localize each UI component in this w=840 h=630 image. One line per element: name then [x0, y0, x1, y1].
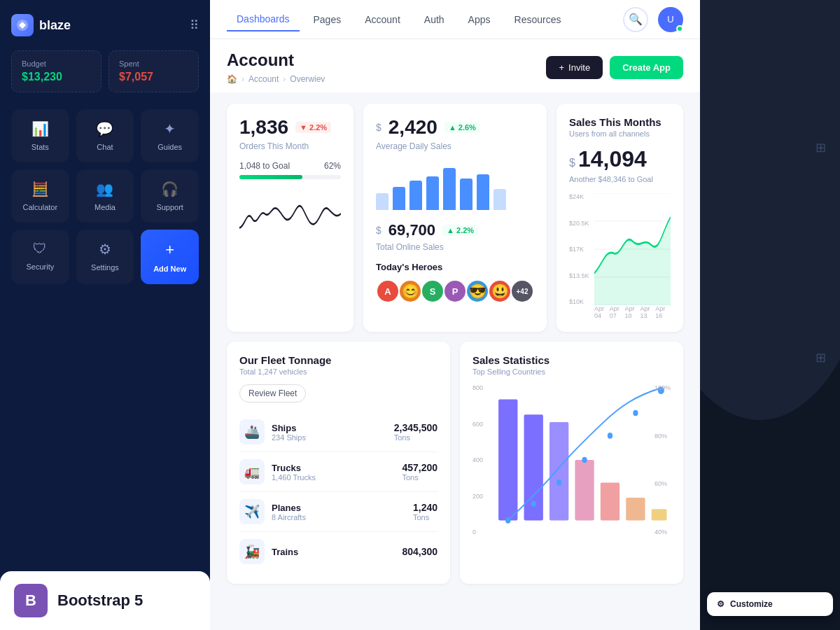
- search-button[interactable]: 🔍: [623, 7, 648, 32]
- create-app-button[interactable]: Create App: [610, 56, 683, 79]
- page-header: Account 🏠 › Account › Overwiev + Invite …: [210, 39, 700, 92]
- invite-button[interactable]: + Invite: [546, 56, 603, 79]
- panel-icon-bottom: ⊞: [816, 350, 826, 365]
- sidebar-item-calculator[interactable]: 🧮 Calculator: [11, 169, 69, 223]
- svg-point-17: [608, 433, 612, 439]
- planes-count: 8 Aircrafts: [272, 513, 406, 522]
- invite-plus-icon: +: [559, 62, 564, 73]
- x-label-5: Apr 16: [655, 305, 671, 319]
- page-title: Account: [227, 50, 325, 70]
- breadcrumb-account[interactable]: Account: [248, 74, 279, 84]
- orders-progress-fill: [239, 175, 302, 179]
- nav-pages[interactable]: Pages: [304, 8, 351, 31]
- avatar-initial: U: [667, 14, 673, 24]
- ships-icon: 🚢: [239, 419, 265, 444]
- ships-value: 2,345,500: [394, 422, 438, 433]
- nav-auth[interactable]: Auth: [414, 8, 454, 31]
- hero-avatar-s: S: [421, 279, 444, 303]
- logo-area: blaze: [11, 14, 71, 36]
- daily-sales-chart: [376, 161, 534, 210]
- x-label-2: Apr 07: [610, 305, 625, 319]
- content-area: Dashboards Pages Account Auth Apps Resou…: [210, 0, 700, 630]
- bottom-section: Our Fleet Tonnage Total 1,247 vehicles R…: [227, 342, 683, 584]
- nav-apps[interactable]: Apps: [458, 8, 500, 31]
- y-label-5: $10K: [569, 298, 589, 305]
- calculator-label: Calculator: [23, 203, 58, 211]
- svg-rect-9: [575, 460, 594, 520]
- ss-pct2: 80%: [654, 433, 671, 440]
- planes-unit: Tons: [413, 513, 438, 522]
- trains-info: Trains: [265, 547, 402, 557]
- orders-wavy-chart: [239, 190, 341, 246]
- ss-pct3: 60%: [654, 480, 671, 487]
- x-label-1: Apr 04: [594, 305, 610, 319]
- ss-y5: 0: [472, 528, 483, 536]
- bootstrap-text: Bootstrap 5: [57, 592, 143, 610]
- svg-rect-6: [498, 400, 517, 521]
- spent-label: Spent: [119, 59, 188, 68]
- orders-label: Orders This Month: [239, 141, 341, 151]
- media-label: Media: [94, 203, 115, 211]
- svg-rect-11: [626, 498, 645, 520]
- planes-icon: ✈️: [239, 499, 265, 524]
- ss-y2: 600: [472, 421, 483, 428]
- svg-rect-8: [550, 422, 568, 520]
- sidebar-item-guides[interactable]: ✦ Guides: [141, 109, 199, 162]
- sidebar-item-support[interactable]: 🎧 Support: [141, 169, 199, 223]
- add-new-icon: +: [165, 241, 174, 259]
- ships-count: 234 Ships: [272, 433, 387, 442]
- fleet-row-ships: 🚢 Ships 234 Ships 2,345,500 Tons: [239, 412, 438, 452]
- trains-value: 804,300: [402, 546, 438, 557]
- nav-dashboards[interactable]: Dashboards: [227, 8, 300, 31]
- svg-point-16: [582, 457, 587, 463]
- nav-account[interactable]: Account: [355, 8, 410, 31]
- fleet-row-trains: 🚂 Trains 804,300: [239, 532, 438, 571]
- sidebar-menu-icon[interactable]: ⠿: [190, 18, 199, 33]
- topnav-right: 🔍 U: [623, 7, 683, 32]
- bootstrap-badge: B Bootstrap 5: [0, 571, 210, 630]
- y-label-1: $24K: [569, 193, 589, 200]
- svg-point-13: [505, 517, 510, 524]
- media-icon: 👥: [96, 181, 113, 197]
- orders-progress-bg: [239, 175, 341, 179]
- sidebar-item-stats[interactable]: 📊 Stats: [11, 109, 69, 162]
- sales-card-subtitle: Users from all channels: [569, 130, 671, 138]
- sidebar-item-media[interactable]: 👥 Media: [76, 169, 134, 223]
- trucks-icon: 🚛: [239, 459, 265, 484]
- user-avatar[interactable]: U: [658, 7, 683, 32]
- review-fleet-button[interactable]: Review Fleet: [239, 384, 306, 402]
- svg-point-18: [633, 410, 638, 416]
- online-indicator: [676, 25, 683, 32]
- trains-icon: 🚂: [239, 539, 265, 564]
- customize-button[interactable]: ⚙ Customize: [707, 592, 833, 616]
- breadcrumb-home[interactable]: 🏠: [227, 74, 237, 84]
- sidebar-header: blaze ⠿: [11, 14, 199, 36]
- sales-currency: $: [569, 157, 575, 169]
- sidebar-item-security[interactable]: 🛡 Security: [11, 230, 69, 284]
- orders-badge: ▼ 2.2%: [295, 122, 331, 133]
- dashboard-content: 1,836 ▼ 2.2% Orders This Month 1,048 to …: [210, 92, 700, 630]
- hero-avatar-c: 😎: [465, 279, 489, 303]
- sales-stats-title: Sales Statistics: [472, 354, 671, 366]
- total-sales-label: Total Online Sales: [376, 242, 534, 252]
- settings-label: Settings: [91, 263, 119, 272]
- panel-icon-top: ⊞: [816, 140, 826, 155]
- sidebar: blaze ⠿ Budget $13,230 Spent $7,057 📊 St…: [0, 0, 210, 630]
- support-label: Support: [156, 203, 183, 211]
- budget-value: $13,230: [22, 71, 91, 83]
- hero-avatar-p: P: [443, 279, 467, 303]
- fleet-row-planes: ✈️ Planes 8 Aircrafts 1,240 Tons: [239, 492, 438, 532]
- bootstrap-icon: B: [14, 584, 48, 617]
- fleet-card: Our Fleet Tonnage Total 1,247 vehicles R…: [227, 342, 450, 584]
- sales-goal-text: Another $48,346 to Goal: [569, 175, 671, 183]
- hero-avatar-a: A: [376, 279, 400, 303]
- y-label-4: $13.5K: [569, 272, 589, 279]
- sidebar-item-add-new[interactable]: + Add New: [141, 230, 199, 284]
- fleet-row-trucks: 🚛 Trucks 1,460 Trucks 457,200 Tons: [239, 452, 438, 492]
- nav-resources[interactable]: Resources: [505, 8, 571, 31]
- fleet-subtitle: Total 1,247 vehicles: [239, 368, 438, 376]
- sidebar-item-settings[interactable]: ⚙ Settings: [76, 230, 134, 284]
- orders-card: 1,836 ▼ 2.2% Orders This Month 1,048 to …: [227, 104, 354, 332]
- sidebar-item-chat[interactable]: 💬 Chat: [76, 109, 134, 162]
- trucks-info: Trucks 1,460 Trucks: [265, 463, 402, 482]
